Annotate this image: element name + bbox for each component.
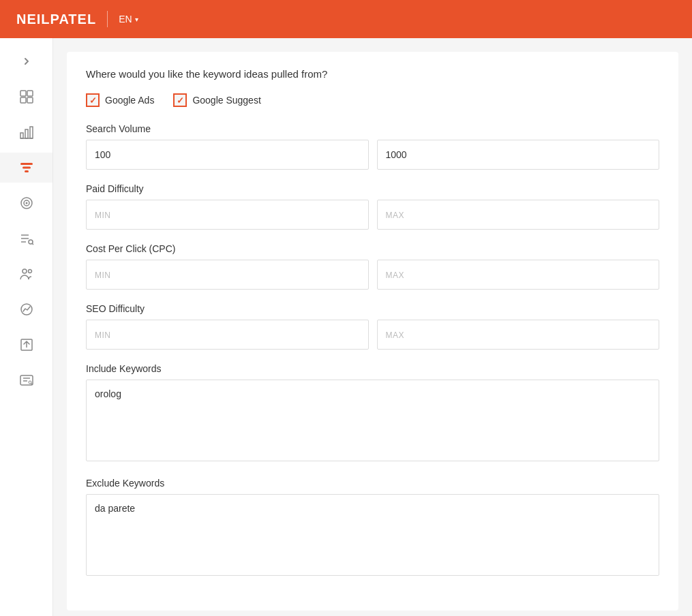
- sidebar-item-list-search[interactable]: [0, 224, 52, 253]
- filter-icon: [19, 160, 34, 175]
- google-suggest-checkbox-box[interactable]: [173, 93, 187, 107]
- main-content: Where would you like the keyword ideas p…: [53, 38, 692, 616]
- search-volume-label: Search Volume: [86, 123, 659, 134]
- include-keywords-section: Include Keywords orolog: [86, 363, 659, 464]
- paid-difficulty-min-input[interactable]: [86, 200, 369, 230]
- sidebar-item-expand[interactable]: [0, 46, 52, 76]
- language-selector[interactable]: EN ▾: [119, 14, 138, 25]
- content-card: Where would you like the keyword ideas p…: [67, 52, 678, 611]
- cpc-label: Cost Per Click (CPC): [86, 243, 659, 254]
- google-ads-checkbox[interactable]: Google Ads: [86, 93, 154, 107]
- svg-line-18: [32, 243, 33, 245]
- keyword-icon: [19, 373, 34, 388]
- sidebar-item-dashboard[interactable]: [0, 82, 52, 112]
- svg-rect-6: [30, 127, 33, 138]
- language-label: EN: [119, 14, 132, 25]
- svg-point-17: [29, 240, 33, 244]
- google-suggest-checkbox[interactable]: Google Suggest: [173, 93, 260, 107]
- paid-difficulty-max-input[interactable]: [377, 200, 660, 230]
- cpc-min-input[interactable]: [86, 260, 369, 290]
- svg-rect-1: [27, 91, 33, 96]
- sidebar-item-users[interactable]: [0, 259, 52, 289]
- paid-difficulty-inputs: [86, 200, 659, 230]
- include-keywords-textarea[interactable]: orolog: [86, 380, 659, 461]
- svg-rect-0: [20, 91, 26, 96]
- source-checkbox-row: Google Ads Google Suggest: [86, 93, 659, 107]
- app-header: NEILPATEL EN ▾: [0, 0, 692, 38]
- search-volume-section: Search Volume: [86, 123, 659, 170]
- svg-rect-5: [25, 129, 28, 138]
- google-suggest-label: Google Suggest: [192, 95, 260, 106]
- paid-difficulty-section: Paid Difficulty: [86, 183, 659, 230]
- header-divider: [107, 11, 108, 27]
- google-ads-checkbox-box[interactable]: [86, 93, 100, 107]
- sidebar-item-filter[interactable]: [0, 153, 52, 183]
- users-icon: [19, 266, 34, 281]
- exclude-keywords-textarea[interactable]: da parete: [86, 494, 659, 576]
- svg-point-20: [28, 270, 31, 273]
- svg-rect-9: [22, 167, 31, 169]
- seo-difficulty-inputs: [86, 320, 659, 350]
- cpc-inputs: [86, 260, 659, 290]
- app-layout: Where would you like the keyword ideas p…: [0, 38, 692, 616]
- cpc-max-input[interactable]: [377, 260, 660, 290]
- sidebar-item-upload[interactable]: [0, 330, 52, 360]
- svg-point-27: [29, 381, 31, 384]
- exclude-keywords-section: Exclude Keywords da parete: [86, 478, 659, 579]
- chevron-down-icon: ▾: [135, 16, 138, 23]
- google-ads-label: Google Ads: [105, 95, 154, 106]
- search-volume-inputs: [86, 140, 659, 170]
- list-search-icon: [19, 231, 34, 246]
- target-icon: [19, 196, 34, 211]
- svg-rect-4: [20, 133, 23, 138]
- seo-difficulty-label: SEO Difficulty: [86, 303, 659, 314]
- seo-difficulty-section: SEO Difficulty: [86, 303, 659, 350]
- sidebar-item-target[interactable]: [0, 188, 52, 218]
- seo-difficulty-max-input[interactable]: [377, 320, 660, 350]
- svg-rect-3: [27, 97, 33, 103]
- chart-icon: [19, 125, 34, 140]
- dashboard-icon: [19, 89, 34, 104]
- upload-icon: [19, 337, 34, 352]
- svg-rect-10: [25, 170, 29, 172]
- svg-point-13: [25, 202, 27, 204]
- sidebar-item-analytics[interactable]: [0, 294, 52, 324]
- exclude-keywords-label: Exclude Keywords: [86, 478, 659, 489]
- paid-difficulty-label: Paid Difficulty: [86, 183, 659, 194]
- sidebar-item-chart[interactable]: [0, 117, 52, 147]
- search-volume-max-input[interactable]: [377, 140, 660, 170]
- cpc-section: Cost Per Click (CPC): [86, 243, 659, 290]
- svg-rect-8: [20, 163, 33, 165]
- question-text: Where would you like the keyword ideas p…: [86, 68, 659, 80]
- seo-difficulty-min-input[interactable]: [86, 320, 369, 350]
- svg-point-19: [22, 269, 27, 273]
- sidebar-item-keyword[interactable]: [0, 365, 52, 395]
- logo: NEILPATEL: [16, 12, 96, 27]
- sidebar: [0, 38, 53, 616]
- analytics-icon: [19, 302, 34, 317]
- svg-rect-2: [20, 97, 26, 103]
- chevron-right-icon: [21, 56, 32, 67]
- svg-line-28: [31, 384, 32, 385]
- include-keywords-label: Include Keywords: [86, 363, 659, 374]
- search-volume-min-input[interactable]: [86, 140, 369, 170]
